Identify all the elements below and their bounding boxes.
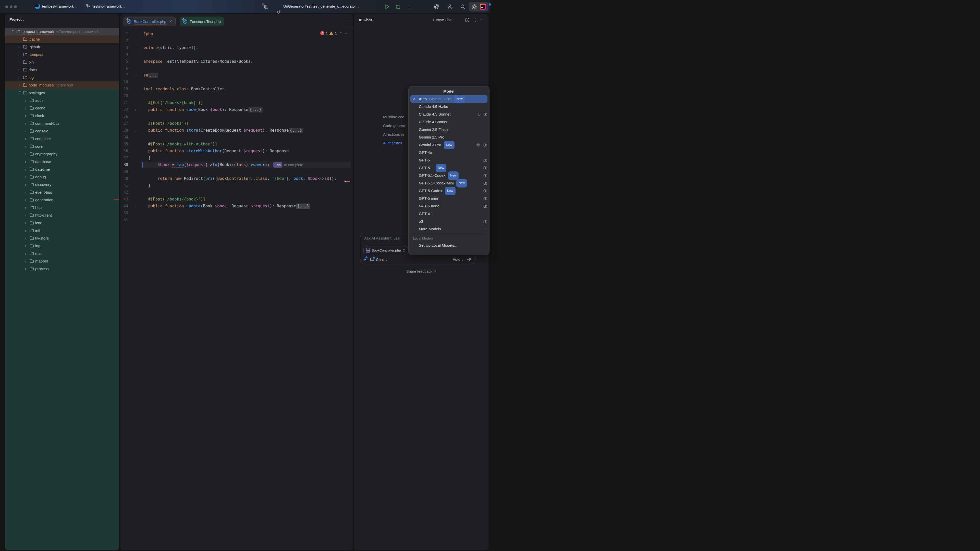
tree-item-http-client[interactable]: ›http-client bbox=[5, 211, 119, 219]
code-line-42[interactable]: 42 bbox=[121, 189, 353, 196]
tree-item-node-modules[interactable]: ›node_moduleslibrary root bbox=[5, 81, 119, 89]
add-user-icon[interactable] bbox=[447, 3, 453, 10]
code-line-19[interactable]: 19inal readonly class BookController bbox=[121, 86, 353, 93]
tree-item-http[interactable]: ›http bbox=[5, 204, 119, 211]
folded-region[interactable]: {...} bbox=[296, 203, 310, 209]
model-item-gpt-5-1[interactable]: GPT-5.1New bbox=[410, 164, 487, 171]
tree-item-debug[interactable]: ›debug bbox=[5, 173, 119, 181]
folded-region[interactable]: ... bbox=[148, 73, 158, 78]
error-stripe-mark[interactable] bbox=[346, 181, 350, 182]
chevron-collapsed-icon[interactable]: › bbox=[25, 242, 30, 250]
folded-region[interactable]: {...} bbox=[289, 128, 303, 133]
tree-item-generation[interactable]: ›generation bbox=[5, 196, 119, 204]
model-item-auto[interactable]: ✓AutoGemini 3 ProNew bbox=[410, 95, 487, 103]
chevron-down-icon[interactable]: ⌄ bbox=[345, 32, 347, 35]
chevron-collapsed-icon[interactable]: › bbox=[25, 135, 30, 143]
tree-item--tempest[interactable]: ›.tempest bbox=[5, 51, 119, 59]
chevron-collapsed-icon[interactable]: › bbox=[25, 189, 30, 196]
tree-item-icon[interactable]: ›icon bbox=[5, 219, 119, 227]
tree-item-auth[interactable]: ›auth bbox=[5, 97, 119, 104]
chevron-collapsed-icon[interactable]: › bbox=[25, 104, 30, 112]
code-line-35[interactable]: 35#[Post('/books-with-author')] bbox=[121, 141, 353, 148]
chevron-collapsed-icon[interactable]: › bbox=[18, 66, 23, 74]
share-feedback-link[interactable]: Share feedback ↗ bbox=[354, 269, 488, 273]
chevron-collapsed-icon[interactable]: › bbox=[25, 165, 30, 173]
code-line-6[interactable]: 6 bbox=[121, 65, 353, 72]
code-line-50[interactable]: 50 bbox=[121, 210, 353, 217]
fold-chevron-icon[interactable]: › bbox=[135, 72, 137, 79]
chevron-collapsed-icon[interactable]: › bbox=[18, 74, 23, 81]
code-line-20[interactable]: 20 bbox=[121, 93, 353, 100]
add-context-button[interactable]: + bbox=[363, 257, 366, 262]
chevron-collapsed-icon[interactable]: › bbox=[25, 127, 30, 135]
chevron-collapsed-icon[interactable]: › bbox=[25, 196, 30, 204]
send-icon[interactable] bbox=[467, 257, 472, 262]
more-actions-kebab-icon[interactable]: ⋮ bbox=[407, 4, 411, 10]
tree-item-cryptography[interactable]: ›cryptography bbox=[5, 150, 119, 158]
chevron-collapsed-icon[interactable]: › bbox=[25, 227, 30, 234]
code-line-41[interactable]: 41} bbox=[121, 182, 353, 189]
chevron-collapsed-icon[interactable]: › bbox=[18, 35, 23, 43]
tree-item-core[interactable]: ›core bbox=[5, 143, 119, 150]
tree-item-kv-store[interactable]: ›kv-store bbox=[5, 234, 119, 242]
model-item-gpt-4-1[interactable]: GPT-4.1 bbox=[410, 210, 487, 218]
code-line-27[interactable]: 27#[Post('/books')] bbox=[121, 120, 353, 127]
run-button[interactable] bbox=[384, 3, 390, 10]
model-item-gpt-5-1-codex-mini[interactable]: GPT-5.1-Codex-MiniNew bbox=[410, 179, 487, 187]
tree-item-process[interactable]: ›process bbox=[5, 265, 119, 273]
model-item-gpt-5-mini[interactable]: GPT-5 mini bbox=[410, 195, 487, 202]
code-line-3[interactable]: 3eclare(strict_types=1); bbox=[121, 44, 353, 51]
tree-item--github[interactable]: ›.github bbox=[5, 43, 119, 51]
tab-bookcontroller-php[interactable]: C BookController.php ✕ bbox=[124, 17, 176, 26]
tab-options-kebab-icon[interactable]: ⋮ bbox=[345, 19, 349, 24]
code-line-39[interactable]: 39 bbox=[121, 168, 353, 175]
chevron-collapsed-icon[interactable]: › bbox=[25, 112, 30, 120]
tree-item-discovery[interactable]: ›discovery bbox=[5, 181, 119, 189]
model-item-o3[interactable]: o3 bbox=[410, 218, 487, 225]
chevron-collapsed-icon[interactable]: › bbox=[18, 59, 23, 66]
tree-item--cache[interactable]: ›.cache bbox=[5, 35, 119, 43]
code-line-26[interactable]: 26 bbox=[121, 113, 353, 120]
code-line-38[interactable]: 38$book = map($request)->to(Book::class)… bbox=[121, 162, 353, 168]
tree-item-command-bus[interactable]: ›command-bus bbox=[5, 120, 119, 127]
chevron-collapsed-icon[interactable]: › bbox=[25, 250, 30, 257]
chevron-collapsed-icon[interactable]: › bbox=[25, 234, 30, 242]
model-item-gpt-5-nano[interactable]: GPT-5 nano bbox=[410, 202, 487, 210]
model-item-gemini-3-pro[interactable]: Gemini 3 ProNew bbox=[410, 141, 487, 149]
tree-item-tempest-framework[interactable]: ›tempest-framework~/Dev/tempest-framewor… bbox=[5, 28, 119, 35]
model-item-more-models[interactable]: More Models› bbox=[410, 225, 487, 233]
code-line-37[interactable]: 37{ bbox=[121, 155, 353, 162]
project-panel-header[interactable]: Project ⌄ bbox=[10, 17, 25, 21]
window-minimize-button[interactable] bbox=[10, 5, 13, 8]
code-line-21[interactable]: 21#[Get('/books/{book}')] bbox=[121, 100, 353, 106]
chevron-collapsed-icon[interactable]: › bbox=[18, 81, 23, 89]
chevron-collapsed-icon[interactable]: › bbox=[25, 120, 30, 127]
model-item-gemini-2-5-pro[interactable]: Gemini 2.5 Pro bbox=[410, 133, 487, 141]
tree-item-docs[interactable]: ›docs bbox=[5, 66, 119, 74]
chevron-collapsed-icon[interactable]: › bbox=[25, 173, 30, 181]
window-zoom-button[interactable] bbox=[14, 5, 17, 8]
code-line-36[interactable]: 36public function storeWithAuthor(Reques… bbox=[121, 148, 353, 155]
model-item-gpt-5[interactable]: GPT-5 bbox=[410, 156, 487, 164]
tree-item-container[interactable]: ›container bbox=[5, 135, 119, 143]
code-line-2[interactable]: 2 bbox=[121, 38, 353, 44]
code-line-7[interactable]: 7›se... bbox=[121, 72, 353, 79]
ai-gradient-icon[interactable] bbox=[480, 3, 486, 10]
error-stripe-mark[interactable] bbox=[115, 199, 119, 200]
code-editor[interactable]: 1?php23eclare(strict_types=1);45amespace… bbox=[121, 30, 353, 224]
chevron-expanded-icon[interactable]: › bbox=[9, 30, 17, 33]
attachment-chip[interactable]: PHP BookController.php C bbox=[363, 246, 408, 254]
tree-item-event-bus[interactable]: ›event-bus bbox=[5, 189, 119, 196]
setup-local-models-item[interactable]: Set Up Local Models... bbox=[419, 243, 457, 248]
tree-item-console[interactable]: ›console bbox=[5, 127, 119, 135]
tree-item-datetime[interactable]: ›datetime bbox=[5, 165, 119, 173]
code-line-40[interactable]: 40return new Redirect(uri([BookControlle… bbox=[121, 175, 353, 182]
chevron-collapsed-icon[interactable]: › bbox=[25, 219, 30, 227]
chevron-collapsed-icon[interactable]: › bbox=[25, 181, 30, 189]
mode-selector[interactable]: Chat⌄ bbox=[370, 257, 388, 262]
model-item-claude-4-5-haiku[interactable]: Claude 4.5 Haiku bbox=[410, 103, 487, 110]
chevron-collapsed-icon[interactable]: › bbox=[25, 150, 30, 158]
model-item-claude-4-5-sonnet[interactable]: Claude 4.5 Sonnetβ bbox=[410, 110, 487, 118]
all-features-link[interactable]: All features bbox=[383, 139, 405, 148]
model-selector[interactable]: Auto ⌄ bbox=[453, 257, 464, 262]
